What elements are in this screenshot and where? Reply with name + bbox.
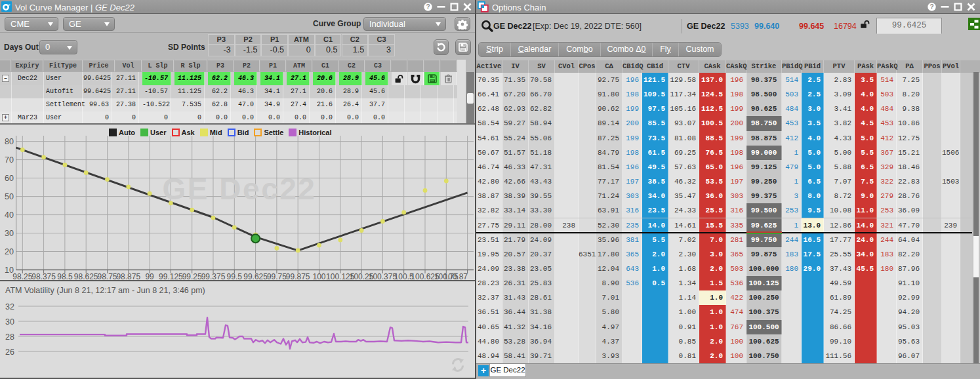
svg-text:20: 20 (5, 247, 14, 256)
svg-text:98.375: 98.375 (31, 272, 56, 280)
svg-text:30: 30 (5, 317, 14, 327)
svg-text:?: ? (426, 3, 430, 10)
svg-text:98.75: 98.75 (97, 272, 117, 280)
svg-text:80: 80 (5, 137, 14, 146)
svg-text:98.625: 98.625 (74, 272, 98, 280)
svg-text:?: ? (929, 3, 933, 10)
svg-text:99.125: 99.125 (159, 272, 183, 280)
svg-text:60: 60 (5, 174, 14, 183)
svg-text:98.5: 98.5 (57, 272, 73, 280)
svg-text:50: 50 (5, 192, 14, 201)
svg-text:32: 32 (5, 302, 14, 311)
svg-text:99.25: 99.25 (182, 272, 202, 280)
svg-text:99.375: 99.375 (201, 272, 226, 280)
svg-text:GE Dec22: GE Dec22 (163, 172, 317, 206)
svg-text:70: 70 (5, 155, 14, 165)
svg-text:100.375: 100.375 (369, 272, 398, 280)
svg-text:99.625: 99.625 (243, 272, 268, 280)
svg-text:100: 100 (312, 272, 325, 280)
svg-text:99.5: 99.5 (227, 272, 243, 280)
svg-text:98.875: 98.875 (116, 272, 140, 280)
svg-text:99.875: 99.875 (286, 272, 310, 280)
svg-text:ATM Volatility (Jun 8 21, 12:1: ATM Volatility (Jun 8 21, 12:17 am - Jun… (5, 286, 205, 295)
svg-text:40: 40 (5, 210, 14, 220)
svg-text:30: 30 (5, 229, 14, 238)
svg-text:100.87: 100.87 (443, 272, 468, 280)
svg-text:28: 28 (5, 332, 14, 342)
svg-text:99.75: 99.75 (267, 272, 287, 280)
svg-text:98.25: 98.25 (12, 272, 32, 280)
svg-text:26: 26 (5, 348, 14, 357)
svg-text:99: 99 (145, 272, 154, 280)
